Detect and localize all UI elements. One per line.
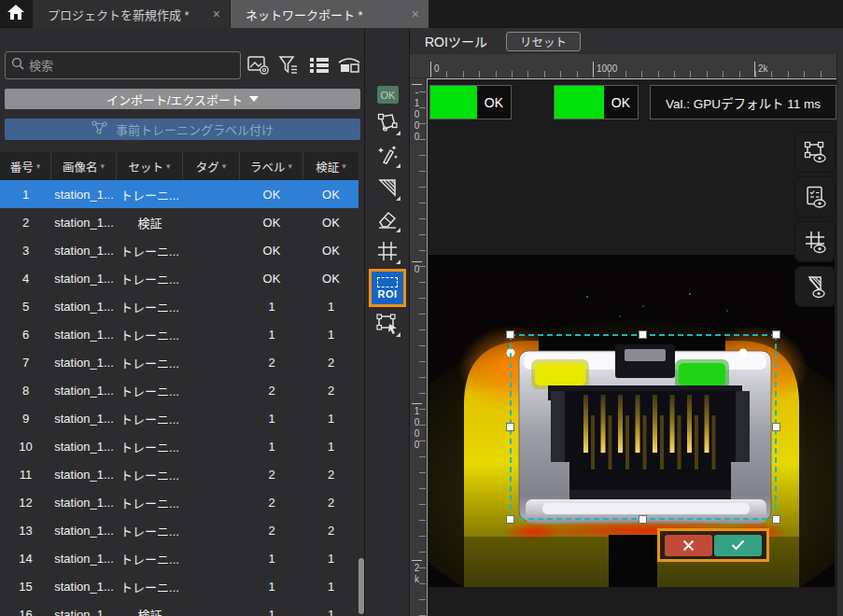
mask-visibility-button[interactable] bbox=[794, 266, 836, 307]
table-row[interactable]: 15station_1...トレーニ...11 bbox=[0, 572, 358, 600]
roi-handle[interactable] bbox=[506, 330, 514, 339]
table-row[interactable]: 10station_1...トレーニ...11 bbox=[0, 432, 358, 460]
transform-select-tool-button[interactable] bbox=[373, 310, 401, 338]
table-cell: 2 bbox=[240, 468, 303, 482]
confirm-roi-button[interactable] bbox=[714, 535, 762, 556]
table-cell: 13 bbox=[0, 524, 51, 538]
roi-handle[interactable] bbox=[772, 423, 780, 431]
table-cell: 1 bbox=[240, 328, 303, 342]
table-cell: OK bbox=[240, 188, 303, 202]
label-list-visibility-button[interactable] bbox=[794, 176, 836, 217]
annotation-visibility-button[interactable] bbox=[794, 132, 836, 173]
table-cell: 2 bbox=[240, 524, 303, 538]
list-view-icon[interactable] bbox=[306, 52, 332, 78]
table-cell: トレーニ... bbox=[117, 186, 183, 203]
table-cell: 2 bbox=[240, 356, 303, 370]
import-export-button[interactable]: インポート/エクスポート bbox=[5, 89, 360, 109]
table-row[interactable]: 14station_1...トレーニ...11 bbox=[0, 544, 358, 572]
roi-handle[interactable] bbox=[639, 330, 647, 339]
table-row[interactable]: 11station_1...トレーニ...22 bbox=[0, 460, 358, 488]
table-cell: 6 bbox=[0, 328, 51, 342]
column-header-set[interactable]: セット▾ bbox=[117, 152, 183, 180]
search-input[interactable] bbox=[29, 59, 234, 73]
table-cell: OK bbox=[303, 216, 358, 230]
tab-new-project[interactable]: プロジェクトを新規作成 * × bbox=[33, 0, 230, 28]
table-cell: トレーニ... bbox=[117, 494, 183, 511]
table-cell: 1 bbox=[240, 608, 303, 616]
table-cell: 1 bbox=[303, 412, 358, 426]
table-row[interactable]: 13station_1...トレーニ...22 bbox=[0, 516, 358, 544]
table-row[interactable]: 9station_1...トレーニ...11 bbox=[0, 404, 358, 432]
capture-view-icon[interactable] bbox=[336, 52, 362, 78]
table-cell: 1 bbox=[303, 552, 358, 566]
eraser-icon bbox=[376, 208, 399, 231]
roi-handle[interactable] bbox=[772, 330, 780, 339]
column-header-number[interactable]: 番号▾ bbox=[0, 152, 51, 180]
table-row[interactable]: 5station_1...トレーニ...11 bbox=[0, 292, 358, 320]
reset-button[interactable]: リセット bbox=[506, 32, 581, 51]
column-header-label[interactable]: ラベル▾ bbox=[240, 152, 303, 180]
roi-handle[interactable] bbox=[639, 515, 647, 524]
table-row[interactable]: 16station_1...検証11 bbox=[0, 600, 358, 616]
close-icon[interactable]: × bbox=[399, 7, 419, 21]
pretrain-label-button[interactable]: 事前トレーニングラベル付け bbox=[5, 119, 360, 140]
grid-tool-button[interactable] bbox=[373, 237, 401, 265]
table-cell: 2 bbox=[303, 524, 358, 538]
table-cell: 1 bbox=[303, 300, 358, 314]
column-header-image-name[interactable]: 画像名▾ bbox=[51, 152, 117, 180]
table-row[interactable]: 8station_1...トレーニ...22 bbox=[0, 376, 358, 404]
image-settings-icon[interactable] bbox=[246, 52, 272, 78]
table-row[interactable]: 6station_1...トレーニ...11 bbox=[0, 320, 358, 348]
column-header-verify[interactable]: 検証▾ bbox=[303, 152, 358, 180]
table-row[interactable]: 2station_1...検証OKOK bbox=[0, 208, 358, 236]
table-cell: station_1... bbox=[51, 244, 117, 258]
sort-caret-icon: ▾ bbox=[100, 161, 105, 171]
roi-handle[interactable] bbox=[506, 515, 514, 524]
table-row[interactable]: 3station_1...トレーニ...OKOK bbox=[0, 236, 358, 264]
image-list-panel: インポート/エクスポート 事前トレーニングラベル付け 番号▾ 画像名▾ セット▾… bbox=[0, 28, 365, 616]
canvas-scrollbar[interactable] bbox=[836, 54, 843, 616]
grid-visibility-button[interactable] bbox=[794, 221, 836, 262]
table-cell: 2 bbox=[303, 356, 358, 370]
table-row[interactable]: 7station_1...トレーニ...22 bbox=[0, 348, 358, 376]
roi-panel-title: ROIツール bbox=[425, 32, 487, 50]
labeling-tool-palette: OK ROI bbox=[365, 28, 410, 616]
eraser-tool-button[interactable] bbox=[373, 205, 401, 233]
column-header-tag[interactable]: タグ▾ bbox=[183, 152, 240, 180]
list-toolbar-icons bbox=[246, 51, 362, 79]
table-cell: station_1... bbox=[51, 580, 117, 594]
table-cell: station_1... bbox=[51, 384, 117, 398]
class-color-swatch bbox=[555, 86, 604, 119]
table-row[interactable]: 12station_1...トレーニ...22 bbox=[0, 488, 358, 516]
tab-network-port[interactable]: ネットワークポート * × bbox=[231, 0, 429, 28]
validation-time-badge: Val.: GPUデフォルト 11 ms bbox=[650, 85, 836, 119]
table-cell: トレーニ... bbox=[117, 382, 183, 399]
table-cell: トレーニ... bbox=[117, 298, 183, 315]
smart-labeling-tool-button[interactable] bbox=[373, 141, 401, 169]
home-button[interactable] bbox=[0, 0, 32, 28]
polygon-tool-icon bbox=[376, 111, 399, 133]
table-scrollbar-thumb[interactable] bbox=[358, 558, 364, 614]
table-cell: OK bbox=[303, 272, 358, 286]
table-cell: 8 bbox=[0, 384, 51, 398]
table-cell: 1 bbox=[240, 440, 303, 454]
roi-tool-button[interactable]: ROI bbox=[369, 269, 406, 307]
table-row[interactable]: 4station_1...トレーニ...OKOK bbox=[0, 264, 358, 292]
close-icon[interactable]: × bbox=[200, 7, 220, 21]
cancel-roi-button[interactable] bbox=[665, 535, 712, 556]
polygon-tool-button[interactable] bbox=[373, 108, 401, 136]
ok-class-badge[interactable]: OK bbox=[377, 86, 399, 104]
filter-icon[interactable] bbox=[275, 52, 302, 78]
mask-fill-tool-button[interactable] bbox=[373, 174, 401, 202]
search-box[interactable] bbox=[5, 51, 241, 79]
roi-panel-header: ROIツール リセット bbox=[410, 28, 843, 54]
roi-handle[interactable] bbox=[772, 515, 780, 524]
image-canvas[interactable]: OK OK Val.: GPUデフォルト 11 ms bbox=[427, 78, 836, 616]
roi-selection-box[interactable] bbox=[510, 334, 777, 520]
sort-caret-icon: ▾ bbox=[166, 161, 171, 171]
table-row[interactable]: 1station_1...トレーニ...OKOK bbox=[0, 180, 358, 208]
table-cell: 1 bbox=[240, 580, 303, 594]
table-cell: トレーニ... bbox=[117, 466, 183, 483]
roi-handle[interactable] bbox=[506, 423, 514, 431]
table-cell: OK bbox=[240, 272, 303, 286]
